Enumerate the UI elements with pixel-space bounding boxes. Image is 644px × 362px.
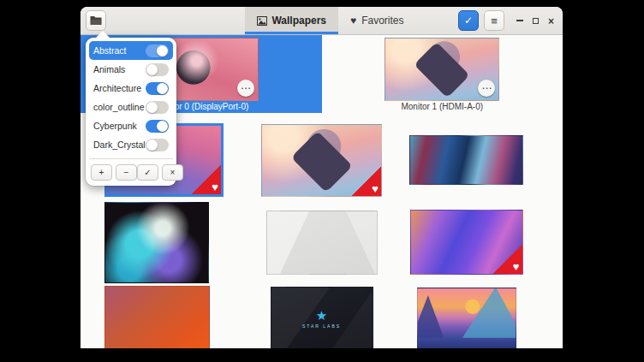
- heart-icon: ♥: [212, 181, 218, 193]
- category-item-abstract[interactable]: Abstract: [89, 41, 173, 60]
- tab-favorites-label: Favorites: [361, 15, 403, 27]
- minimize-button[interactable]: [516, 20, 523, 21]
- wallpaper-tile-ink-smoke[interactable]: [104, 202, 209, 283]
- maximize-icon: [533, 18, 539, 24]
- grid-cell: ♥: [249, 120, 394, 200]
- ellipsis-icon: ⋯: [241, 83, 251, 93]
- toggle-switch[interactable]: [146, 120, 169, 133]
- wallpaper-row: ★STAR LABS: [104, 284, 539, 348]
- wallpaper-tile-mountain-sunset[interactable]: [417, 288, 516, 349]
- category-list: AbstractAnimalsArchitecturecolor_outline…: [89, 41, 173, 154]
- header-actions: ✓ ≡ ×: [458, 7, 558, 34]
- main-menu-button[interactable]: ≡: [484, 10, 504, 31]
- heart-icon: ♥: [372, 183, 379, 194]
- maximize-button[interactable]: [533, 18, 539, 24]
- category-item-color_outline[interactable]: color_outline: [89, 98, 173, 116]
- category-item-dark_crystal[interactable]: Dark_Crystal: [89, 135, 173, 154]
- window-controls: ×: [516, 13, 554, 28]
- wallpaper-tile-star-labs[interactable]: ★STAR LABS: [271, 287, 373, 348]
- open-folder-icon: [90, 15, 102, 26]
- category-label: Animals: [93, 64, 125, 74]
- open-folder-button[interactable]: [86, 10, 106, 31]
- popover-actions-right: ✓×: [137, 164, 183, 181]
- tab-favorites[interactable]: ♥ Favorites: [338, 7, 415, 34]
- toggle-knob: [157, 83, 168, 94]
- monitor-1-label: Monitor 1 (HDMI-A-0): [401, 102, 483, 111]
- confirm-category-button[interactable]: ✓: [137, 164, 158, 181]
- grid-cell: ★STAR LABS: [249, 284, 394, 348]
- wallpaper-tile-paint-clouds[interactable]: [409, 135, 523, 185]
- heart-icon: ♥: [513, 261, 520, 272]
- favorite-badge: ♥: [493, 245, 522, 274]
- add-category-button[interactable]: +: [91, 164, 112, 181]
- monitor-1-more-button[interactable]: ⋯: [478, 80, 495, 97]
- grid-cell: [394, 284, 539, 348]
- monitor-0-more-button[interactable]: ⋯: [237, 80, 254, 97]
- cancel-category-button[interactable]: ×: [162, 164, 183, 181]
- category-label: Dark_Crystal: [93, 139, 146, 150]
- hamburger-icon: ≡: [491, 15, 498, 27]
- monitor-1-cell[interactable]: ⋯ Monitor 1 (HDMI-A-0): [322, 34, 564, 113]
- favorite-badge: ♥: [192, 165, 221, 194]
- category-item-animals[interactable]: Animals: [89, 60, 173, 79]
- wallpaper-tile-island[interactable]: ♥: [261, 124, 382, 197]
- toggle-switch[interactable]: [146, 139, 169, 151]
- category-label: color_outline: [93, 102, 145, 112]
- star-logo-icon: ★: [316, 309, 327, 322]
- popover-actions-left: +−: [91, 164, 137, 181]
- checkmark-icon: ✓: [464, 15, 473, 27]
- heart-icon: ♥: [350, 15, 356, 26]
- minimize-icon: [516, 20, 523, 21]
- monitor-1-preview[interactable]: ⋯: [385, 38, 499, 101]
- toggle-knob: [157, 121, 168, 132]
- categories-popover: AbstractAnimalsArchitecturecolor_outline…: [86, 38, 176, 186]
- grid-cell: ♥: [394, 200, 539, 284]
- wallpaper-tile-neon-waves[interactable]: ♥: [410, 210, 523, 275]
- header-bar: Wallpapers ♥ Favorites ✓ ≡ ×: [80, 7, 563, 35]
- close-button[interactable]: ×: [548, 13, 554, 28]
- wallpaper-caption: STAR LABS: [302, 323, 341, 329]
- toggle-knob: [157, 45, 168, 56]
- toggle-knob: [146, 64, 158, 75]
- popover-actions: +− ✓×: [89, 158, 173, 181]
- close-icon: ×: [548, 15, 554, 27]
- grid-cell: [249, 200, 394, 284]
- wallpaper-tile-orange-gradient[interactable]: [104, 286, 210, 348]
- category-item-architecture[interactable]: Architecture: [89, 79, 173, 98]
- ellipsis-icon: ⋯: [481, 83, 492, 93]
- grid-cell: [104, 284, 249, 348]
- wallpaper-row: ♥: [104, 200, 539, 284]
- grid-cell: [394, 120, 539, 200]
- category-label: Abstract: [93, 45, 127, 56]
- favorite-badge: ♥: [352, 167, 381, 196]
- view-switcher: Wallpapers ♥ Favorites: [244, 7, 415, 34]
- toggle-switch[interactable]: [146, 101, 169, 114]
- tab-wallpapers[interactable]: Wallpapers: [244, 7, 338, 34]
- apply-wallpaper-button[interactable]: ✓: [458, 10, 479, 31]
- tab-wallpapers-label: Wallpapers: [271, 15, 326, 27]
- grid-cell: [104, 200, 249, 284]
- category-item-cyberpunk[interactable]: Cyberpunk: [89, 116, 173, 135]
- wallpaper-tile-gray-geo[interactable]: [266, 211, 378, 275]
- toggle-knob: [146, 102, 158, 113]
- toggle-switch[interactable]: [146, 82, 169, 95]
- toggle-knob: [146, 139, 158, 151]
- remove-category-button[interactable]: −: [116, 164, 137, 181]
- image-icon: [256, 16, 266, 26]
- category-label: Architecture: [93, 83, 141, 93]
- toggle-switch[interactable]: [146, 45, 169, 57]
- category-label: Cyberpunk: [93, 121, 137, 131]
- app-window: Wallpapers ♥ Favorites ✓ ≡ ×: [80, 7, 563, 348]
- toggle-switch[interactable]: [146, 63, 169, 76]
